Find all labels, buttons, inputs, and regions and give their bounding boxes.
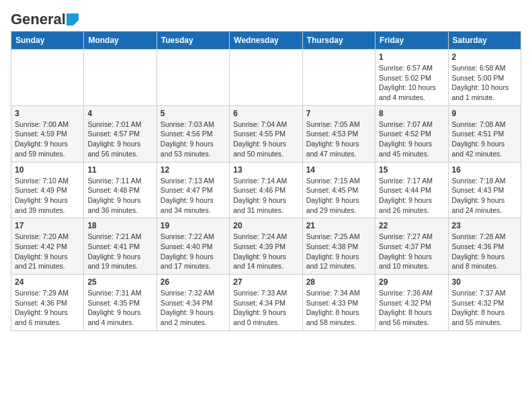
calendar-cell: 11Sunrise: 7:11 AM Sunset: 4:48 PM Dayli… (84, 162, 157, 218)
day-info: Sunrise: 7:36 AM Sunset: 4:32 PM Dayligh… (379, 288, 444, 328)
calendar-cell: 27Sunrise: 7:33 AM Sunset: 4:34 PM Dayli… (230, 275, 302, 331)
calendar-cell: 19Sunrise: 7:22 AM Sunset: 4:40 PM Dayli… (157, 218, 229, 275)
day-number: 19 (161, 221, 226, 230)
day-info: Sunrise: 7:07 AM Sunset: 4:52 PM Dayligh… (379, 120, 444, 159)
calendar-cell: 8Sunrise: 7:07 AM Sunset: 4:52 PM Daylig… (375, 105, 448, 162)
weekday-header-row: SundayMondayTuesdayWednesdayThursdayFrid… (11, 32, 521, 50)
day-number: 11 (87, 165, 152, 175)
day-number: 26 (161, 277, 226, 287)
day-info: Sunrise: 7:05 AM Sunset: 4:53 PM Dayligh… (306, 120, 371, 159)
calendar-cell: 30Sunrise: 7:37 AM Sunset: 4:32 PM Dayli… (448, 275, 521, 331)
calendar-cell: 25Sunrise: 7:31 AM Sunset: 4:35 PM Dayli… (84, 275, 157, 331)
day-info: Sunrise: 7:10 AM Sunset: 4:49 PM Dayligh… (15, 176, 80, 216)
day-info: Sunrise: 7:01 AM Sunset: 4:57 PM Dayligh… (87, 120, 152, 159)
day-number: 5 (161, 109, 226, 118)
day-number: 4 (87, 109, 152, 118)
calendar-cell: 22Sunrise: 7:27 AM Sunset: 4:37 PM Dayli… (375, 218, 448, 275)
day-number: 1 (379, 52, 444, 62)
calendar-cell (157, 50, 229, 106)
day-number: 21 (306, 221, 371, 230)
day-number: 16 (452, 165, 517, 175)
weekday-header-friday: Friday (375, 32, 448, 50)
day-info: Sunrise: 7:11 AM Sunset: 4:48 PM Dayligh… (87, 176, 152, 216)
weekday-header-sunday: Sunday (11, 32, 84, 50)
weekday-header-saturday: Saturday (448, 32, 521, 50)
weekday-header-thursday: Thursday (302, 32, 375, 50)
day-number: 10 (15, 165, 80, 175)
day-info: Sunrise: 7:22 AM Sunset: 4:40 PM Dayligh… (161, 232, 226, 271)
day-number: 15 (379, 165, 444, 175)
calendar-week-row-3: 10Sunrise: 7:10 AM Sunset: 4:49 PM Dayli… (11, 162, 521, 218)
calendar-cell: 3Sunrise: 7:00 AM Sunset: 4:59 PM Daylig… (11, 105, 84, 162)
day-info: Sunrise: 7:13 AM Sunset: 4:47 PM Dayligh… (161, 176, 226, 216)
day-info: Sunrise: 7:37 AM Sunset: 4:32 PM Dayligh… (452, 288, 517, 328)
day-number: 17 (15, 221, 80, 230)
calendar-cell: 13Sunrise: 7:14 AM Sunset: 4:46 PM Dayli… (230, 162, 302, 218)
calendar-cell (84, 50, 157, 106)
day-number: 14 (306, 165, 371, 175)
calendar-cell: 5Sunrise: 7:03 AM Sunset: 4:56 PM Daylig… (157, 105, 229, 162)
calendar-table: SundayMondayTuesdayWednesdayThursdayFrid… (11, 31, 521, 331)
calendar-cell: 6Sunrise: 7:04 AM Sunset: 4:55 PM Daylig… (230, 105, 302, 162)
calendar-week-row-2: 3Sunrise: 7:00 AM Sunset: 4:59 PM Daylig… (11, 105, 521, 162)
day-number: 6 (233, 109, 298, 118)
calendar-cell (302, 50, 375, 106)
day-info: Sunrise: 7:08 AM Sunset: 4:51 PM Dayligh… (452, 120, 517, 159)
day-info: Sunrise: 7:32 AM Sunset: 4:34 PM Dayligh… (161, 288, 226, 328)
day-number: 18 (87, 221, 152, 230)
weekday-header-wednesday: Wednesday (230, 32, 302, 50)
weekday-header-tuesday: Tuesday (157, 32, 229, 50)
calendar-cell: 12Sunrise: 7:13 AM Sunset: 4:47 PM Dayli… (157, 162, 229, 218)
day-info: Sunrise: 7:03 AM Sunset: 4:56 PM Dayligh… (161, 120, 226, 159)
day-info: Sunrise: 7:18 AM Sunset: 4:43 PM Dayligh… (452, 176, 517, 216)
day-number: 23 (452, 221, 517, 230)
day-number: 9 (452, 109, 517, 118)
day-info: Sunrise: 6:57 AM Sunset: 5:02 PM Dayligh… (379, 63, 444, 103)
day-number: 3 (15, 109, 80, 118)
day-info: Sunrise: 7:17 AM Sunset: 4:44 PM Dayligh… (379, 176, 444, 216)
day-info: Sunrise: 7:21 AM Sunset: 4:41 PM Dayligh… (87, 232, 152, 271)
calendar-cell: 15Sunrise: 7:17 AM Sunset: 4:44 PM Dayli… (375, 162, 448, 218)
logo: General (11, 11, 79, 26)
calendar-cell: 9Sunrise: 7:08 AM Sunset: 4:51 PM Daylig… (448, 105, 521, 162)
calendar-cell: 24Sunrise: 7:29 AM Sunset: 4:36 PM Dayli… (11, 275, 84, 331)
day-info: Sunrise: 7:29 AM Sunset: 4:36 PM Dayligh… (15, 288, 80, 328)
day-number: 27 (233, 277, 298, 287)
calendar-cell: 1Sunrise: 6:57 AM Sunset: 5:02 PM Daylig… (375, 50, 448, 106)
day-info: Sunrise: 7:33 AM Sunset: 4:34 PM Dayligh… (233, 288, 298, 328)
weekday-header-monday: Monday (84, 32, 157, 50)
calendar-cell: 21Sunrise: 7:25 AM Sunset: 4:38 PM Dayli… (302, 218, 375, 275)
day-number: 24 (15, 277, 80, 287)
day-number: 30 (452, 277, 517, 287)
calendar-cell: 26Sunrise: 7:32 AM Sunset: 4:34 PM Dayli… (157, 275, 229, 331)
calendar-cell: 18Sunrise: 7:21 AM Sunset: 4:41 PM Dayli… (84, 218, 157, 275)
calendar-cell: 7Sunrise: 7:05 AM Sunset: 4:53 PM Daylig… (302, 105, 375, 162)
calendar-cell (11, 50, 84, 106)
calendar-cell: 23Sunrise: 7:28 AM Sunset: 4:36 PM Dayli… (448, 218, 521, 275)
day-number: 8 (379, 109, 444, 118)
day-info: Sunrise: 7:27 AM Sunset: 4:37 PM Dayligh… (379, 232, 444, 271)
logo-general: General (11, 11, 66, 28)
day-info: Sunrise: 7:28 AM Sunset: 4:36 PM Dayligh… (452, 232, 517, 271)
day-number: 12 (161, 165, 226, 175)
day-info: Sunrise: 7:34 AM Sunset: 4:33 PM Dayligh… (306, 288, 371, 328)
day-info: Sunrise: 7:24 AM Sunset: 4:39 PM Dayligh… (233, 232, 298, 271)
day-info: Sunrise: 7:25 AM Sunset: 4:38 PM Dayligh… (306, 232, 371, 271)
header: General (11, 11, 521, 26)
calendar-week-row-4: 17Sunrise: 7:20 AM Sunset: 4:42 PM Dayli… (11, 218, 521, 275)
day-info: Sunrise: 6:58 AM Sunset: 5:00 PM Dayligh… (452, 63, 517, 103)
day-info: Sunrise: 7:15 AM Sunset: 4:45 PM Dayligh… (306, 176, 371, 216)
day-number: 22 (379, 221, 444, 230)
day-info: Sunrise: 7:20 AM Sunset: 4:42 PM Dayligh… (15, 232, 80, 271)
svg-marker-0 (66, 13, 79, 26)
calendar-week-row-1: 1Sunrise: 6:57 AM Sunset: 5:02 PM Daylig… (11, 50, 521, 106)
day-info: Sunrise: 7:14 AM Sunset: 4:46 PM Dayligh… (233, 176, 298, 216)
day-info: Sunrise: 7:31 AM Sunset: 4:35 PM Dayligh… (87, 288, 152, 328)
day-number: 13 (233, 165, 298, 175)
day-number: 20 (233, 221, 298, 230)
logo-bird-icon (66, 13, 79, 26)
day-info: Sunrise: 7:00 AM Sunset: 4:59 PM Dayligh… (15, 120, 80, 159)
calendar-cell: 28Sunrise: 7:34 AM Sunset: 4:33 PM Dayli… (302, 275, 375, 331)
day-number: 25 (87, 277, 152, 287)
calendar-cell: 2Sunrise: 6:58 AM Sunset: 5:00 PM Daylig… (448, 50, 521, 106)
